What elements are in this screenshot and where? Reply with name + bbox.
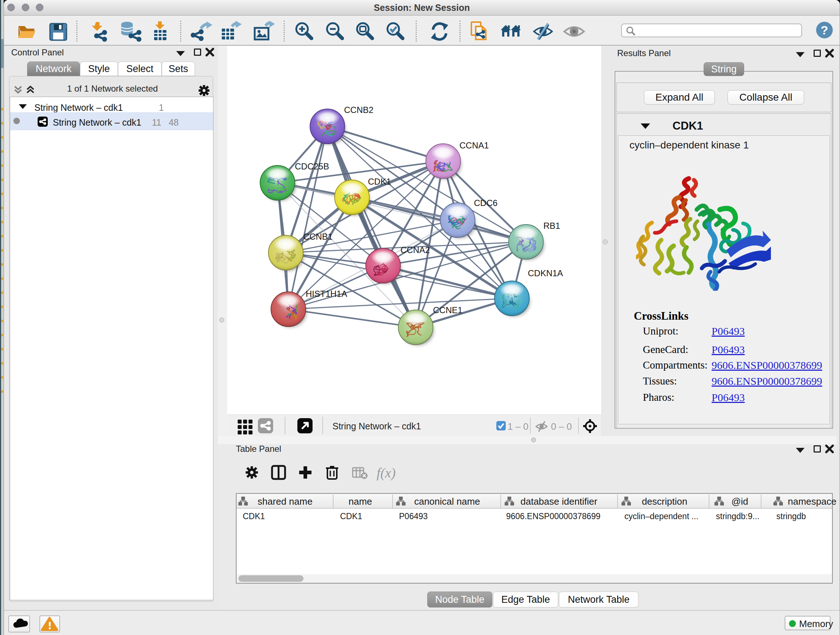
- svg-text:CCNB1: CCNB1: [303, 232, 332, 241]
- svg-text:HIST1H1A: HIST1H1A: [306, 289, 347, 299]
- svg-text:CCNA1: CCNA1: [459, 141, 489, 150]
- svg-text:CCNA2: CCNA2: [401, 245, 430, 255]
- svg-text:CDKN1A: CDKN1A: [528, 268, 563, 278]
- svg-text:RB1: RB1: [543, 221, 561, 231]
- svg-text:CCNB2: CCNB2: [344, 105, 373, 115]
- svg-text:CDC25B: CDC25B: [295, 162, 329, 171]
- svg-text:CDK1: CDK1: [368, 177, 391, 187]
- svg-text:CCNE1: CCNE1: [433, 305, 462, 315]
- svg-text:CDC6: CDC6: [474, 198, 497, 208]
